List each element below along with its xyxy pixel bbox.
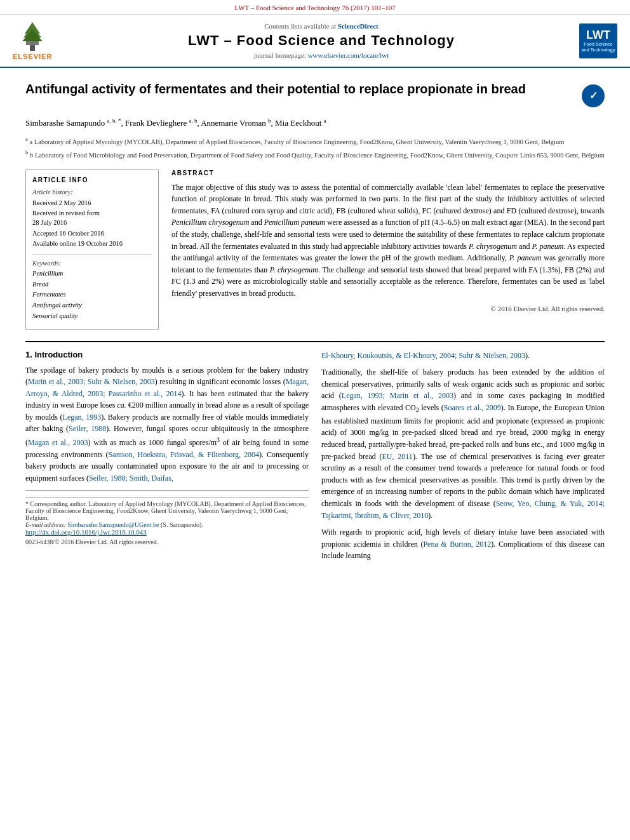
keyword-5: Sensorial quality: [32, 312, 152, 321]
ref-soares[interactable]: Soares et al., 2009: [444, 403, 501, 412]
intro-left-col: 1. Introduction The spoilage of bakery p…: [25, 350, 309, 567]
section-separator: [25, 341, 605, 342]
copyright: © 2016 Elsevier Ltd. All rights reserved…: [171, 305, 605, 312]
homepage-link[interactable]: www.elsevier.com/locate/lwt: [308, 51, 389, 59]
intro-left-body: The spoilage of bakery products by mould…: [25, 364, 309, 484]
intro-heading: 1. Introduction: [25, 350, 309, 359]
footnote-divider: [25, 490, 309, 491]
article-area: Antifungal activity of fermentates and t…: [0, 68, 630, 580]
intro-right-body: El-Khoury, Koukoutsis, & El-Khoury, 2004…: [321, 350, 605, 562]
ref-pena[interactable]: Pena & Burton, 2012: [423, 540, 491, 549]
journal-title: LWT – Food Science and Technology: [89, 32, 554, 49]
available-online: Available online 19 October 2016: [32, 239, 152, 249]
affiliation-b: b b Laboratory of Food Microbiology and …: [25, 149, 605, 160]
issn-line: 0023-6438/© 2016 Elsevier Ltd. All right…: [25, 538, 309, 545]
journal-header-left: ELSEVIER: [13, 21, 83, 60]
ref-seiler-1988[interactable]: Seiler, 1988: [69, 424, 106, 433]
intro-right-col: El-Khoury, Koukoutsis, & El-Khoury, 2004…: [321, 350, 605, 567]
history-label: Article history:: [32, 189, 152, 196]
article-title-block: Antifungal activity of fermentates and t…: [25, 81, 605, 107]
elsevier-tree-icon: [13, 21, 51, 53]
footnote-text: * Corresponding author. Laboratory of Ap…: [25, 500, 309, 521]
ref-seow[interactable]: Seow, Yeo, Chung, & Yuk, 2014; Tajkarimi…: [321, 499, 605, 520]
journal-header-center: Contents lists available at ScienceDirec…: [89, 22, 554, 59]
abstract-body: The major objective of this study was to…: [171, 182, 605, 300]
abstract-column: ABSTRACT The major objective of this stu…: [171, 170, 605, 330]
journal-header-right: LWT Food Scienceand Technology: [560, 23, 617, 58]
affiliation-a: a a Laboratory of Applied Mycology (MYCO…: [25, 135, 605, 147]
ref-legan-1993[interactable]: Legan, 1993: [63, 413, 102, 422]
info-abstract-columns: ARTICLE INFO Article history: Received 2…: [25, 170, 605, 330]
elsevier-brand: ELSEVIER: [13, 53, 52, 60]
article-footer: * Corresponding author. Laboratory of Ap…: [25, 497, 309, 545]
email-line: E-mail address: Simbarashe.Samapundo@UGe…: [25, 521, 309, 528]
article-info-title: ARTICLE INFO: [32, 177, 152, 183]
authors-line: Simbarashe Samapundo a, b, *, Frank Devl…: [25, 116, 605, 130]
doi-link[interactable]: http://dx.doi.org/10.1016/j.lwt.2016.10.…: [25, 528, 309, 536]
ref-el-khoury[interactable]: El-Khoury, Koukoutsis, & El-Khoury, 2004…: [321, 351, 525, 360]
affiliations: a a Laboratory of Applied Mycology (MYCO…: [25, 135, 605, 161]
keywords-section: Keywords: Penicillium Bread Fermentates …: [32, 260, 152, 321]
sciencedirect-line: Contents lists available at ScienceDirec…: [89, 22, 554, 30]
keyword-4: Antifungal activity: [32, 301, 152, 310]
elsevier-logo: ELSEVIER: [13, 21, 52, 60]
ref-legan-marin[interactable]: Legan, 1993; Marin et al., 2003: [342, 391, 453, 400]
author-email[interactable]: Simbarashe.Samapundo@UGent.be: [67, 521, 159, 528]
abstract-title: ABSTRACT: [171, 170, 605, 177]
article-title: Antifungal activity of fermentates and t…: [25, 81, 582, 97]
ref-seiler-smith[interactable]: Seiler, 1988; Smith, Daifas,: [89, 474, 173, 483]
ref-eu-2011[interactable]: EU, 2011: [382, 452, 413, 461]
received-revised: Received in revised form Received in rev…: [32, 209, 152, 227]
crossmark-badge: ✓: [582, 84, 605, 107]
journal-header: ELSEVIER Contents lists available at Sci…: [0, 15, 630, 68]
divider: [32, 254, 152, 255]
ref-magan-2003b[interactable]: Magan et al., 2003: [28, 438, 88, 447]
journal-citation: LWT – Food Science and Technology 76 (20…: [234, 4, 395, 11]
journal-homepage: journal homepage: www.elsevier.com/locat…: [89, 51, 554, 59]
journal-citation-bar: LWT – Food Science and Technology 76 (20…: [0, 0, 630, 15]
ref-marin-2003[interactable]: Marin et al., 2003; Suhr & Nielsen, 2003: [28, 377, 155, 386]
received-date: Received 2 May 2016: [32, 199, 152, 208]
introduction-area: 1. Introduction The spoilage of bakery p…: [25, 350, 605, 567]
keywords-label: Keywords:: [32, 260, 152, 267]
sciencedirect-link[interactable]: ScienceDirect: [338, 22, 379, 30]
lwt-logo-box: LWT Food Scienceand Technology: [579, 23, 617, 58]
accepted-date: Accepted 16 October 2016: [32, 229, 152, 239]
ref-samson-2004[interactable]: Samson, Hoekstra, Frisvad, & Filtenborg,…: [109, 450, 259, 459]
article-info-box: ARTICLE INFO Article history: Received 2…: [25, 170, 159, 330]
keyword-1: Penicillium: [32, 269, 152, 279]
keyword-2: Bread: [32, 280, 152, 290]
article-info-column: ARTICLE INFO Article history: Received 2…: [25, 170, 159, 330]
keyword-3: Fermentates: [32, 290, 152, 300]
